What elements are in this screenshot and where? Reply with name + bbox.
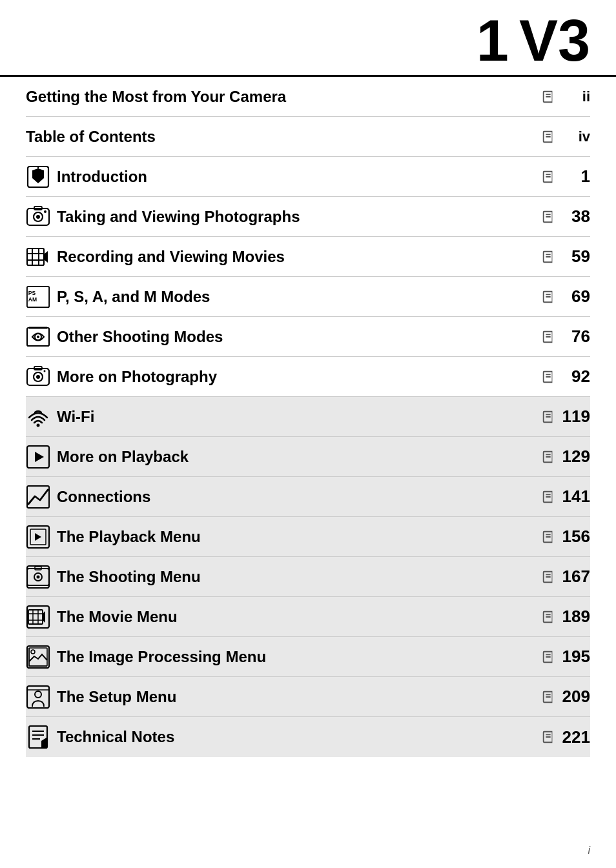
more-photography-icon — [26, 365, 50, 389]
shooting-menu-icon — [26, 565, 50, 589]
toc-left-movies: Recording and Viewing Movies — [26, 245, 531, 269]
svg-point-6 — [44, 210, 46, 213]
book-icon-introduction — [541, 170, 555, 184]
toc-item-shooting-menu[interactable]: The Shooting Menu 167 — [26, 557, 590, 597]
toc-label-introduction: Introduction — [57, 168, 147, 186]
toc-item-playback[interactable]: More on Playback 129 — [26, 437, 590, 477]
toc-item-getting-most[interactable]: Getting the Most from Your Camera ii — [26, 77, 590, 117]
psam-icon: PS AM — [26, 285, 50, 309]
toc-item-more-photography[interactable]: More on Photography 92 — [26, 357, 590, 397]
book-icon-movie-menu — [541, 610, 555, 624]
toc-right-movie-menu: 189 — [541, 607, 590, 627]
book-icon-playback-menu — [541, 530, 555, 544]
toc-page-getting-most: ii — [559, 88, 590, 105]
book-icon-setup-menu — [541, 690, 555, 704]
toc-left-more-photography: More on Photography — [26, 365, 531, 389]
toc-item-setup-menu[interactable]: The Setup Menu 209 — [26, 677, 590, 717]
toc-label-getting-most: Getting the Most from Your Camera — [26, 88, 286, 106]
toc-item-technical-notes[interactable]: Technical Notes 221 — [26, 717, 590, 757]
toc-label-psam: P, S, A, and M Modes — [57, 288, 210, 306]
technical-notes-icon — [26, 725, 50, 749]
toc-right-wifi: 119 — [541, 407, 590, 427]
movies-icon — [26, 245, 50, 269]
toc-item-playback-menu[interactable]: The Playback Menu 156 — [26, 517, 590, 557]
toc-item-toc[interactable]: Table of Contents iv — [26, 117, 590, 157]
toc-label-photos: Taking and Viewing Photographs — [57, 208, 300, 226]
toc-left-toc: Table of Contents — [26, 128, 531, 146]
svg-point-24 — [44, 370, 46, 372]
header: 1 V3 — [0, 0, 616, 77]
toc-left-shooting-menu: The Shooting Menu — [26, 565, 531, 589]
toc-right-playback-menu: 156 — [541, 527, 590, 547]
toc-left-setup-menu: The Setup Menu — [26, 685, 531, 709]
toc-left-other-shooting: Other Shooting Modes — [26, 325, 531, 349]
toc-right-toc: iv — [541, 128, 590, 145]
svg-text:PS: PS — [28, 290, 36, 296]
toc-label-playback: More on Playback — [57, 448, 189, 466]
book-icon-psam — [541, 290, 555, 304]
toc-item-psam[interactable]: PS AM P, S, A, and M Modes 69 — [26, 277, 590, 317]
svg-point-18 — [37, 336, 39, 338]
svg-point-22 — [36, 375, 40, 379]
book-icon-other-shooting — [541, 330, 555, 344]
book-icon-movies — [541, 250, 555, 264]
toc-left-playback-menu: The Playback Menu — [26, 525, 531, 549]
svg-rect-45 — [27, 646, 49, 668]
toc-item-introduction[interactable]: Introduction 1 — [26, 157, 590, 197]
toc-right-more-photography: 92 — [541, 367, 590, 387]
connections-icon — [26, 485, 50, 509]
toc-label-wifi: Wi-Fi — [57, 408, 94, 426]
toc-item-movies[interactable]: Recording and Viewing Movies 59 — [26, 237, 590, 277]
toc-right-shooting-menu: 167 — [541, 567, 590, 587]
book-icon-photos — [541, 210, 555, 224]
book-icon-connections — [541, 490, 555, 504]
toc-item-photos[interactable]: Taking and Viewing Photographs 38 — [26, 197, 590, 237]
playback-menu-icon — [26, 525, 50, 549]
toc-right-image-processing: 195 — [541, 647, 590, 667]
toc-item-connections[interactable]: Connections 141 — [26, 477, 590, 517]
header-number: 1 — [477, 12, 509, 70]
page: 1 V3 Getting the Most from Your Camera i… — [0, 0, 616, 868]
other-shooting-icon — [26, 325, 50, 349]
book-icon-technical-notes — [541, 730, 555, 744]
toc-left-technical-notes: Technical Notes — [26, 725, 531, 749]
toc-right-playback: 129 — [541, 447, 590, 467]
toc-item-other-shooting[interactable]: Other Shooting Modes 76 — [26, 317, 590, 357]
book-icon-image-processing — [541, 650, 555, 664]
photos-icon — [26, 205, 50, 229]
toc-left: Getting the Most from Your Camera — [26, 88, 531, 106]
toc-right-technical-notes: 221 — [541, 727, 590, 747]
toc-item-image-processing[interactable]: The Image Processing Menu 195 — [26, 637, 590, 677]
book-icon-toc — [541, 130, 555, 144]
svg-marker-28 — [35, 452, 44, 462]
toc-page-image-processing: 195 — [559, 647, 590, 667]
toc-label-connections: Connections — [57, 488, 150, 506]
toc-right-setup-menu: 209 — [541, 687, 590, 707]
svg-point-26 — [37, 423, 40, 427]
svg-rect-29 — [27, 486, 49, 508]
svg-point-47 — [31, 650, 35, 654]
toc-page-playback: 129 — [559, 447, 590, 467]
toc-page-playback-menu: 156 — [559, 527, 590, 547]
toc-label-other-shooting: Other Shooting Modes — [57, 328, 223, 346]
toc-page-technical-notes: 221 — [559, 727, 590, 747]
svg-rect-39 — [28, 610, 43, 624]
toc-right-getting-most: ii — [541, 88, 590, 105]
toc-page-toc: iv — [559, 128, 590, 145]
toc-label-technical-notes: Technical Notes — [57, 728, 174, 746]
toc-right-photos: 38 — [541, 207, 590, 227]
toc-right-psam: 69 — [541, 287, 590, 307]
toc-item-movie-menu[interactable]: The Movie Menu 189 — [26, 597, 590, 637]
movie-menu-icon — [26, 605, 50, 629]
image-processing-icon — [26, 645, 50, 669]
toc-item-wifi[interactable]: Wi-Fi 119 — [26, 397, 590, 437]
footer-page-number: i — [588, 845, 590, 856]
setup-menu-icon — [26, 685, 50, 709]
introduction-icon — [26, 165, 50, 189]
wifi-icon — [26, 405, 50, 429]
toc-page-setup-menu: 209 — [559, 687, 590, 707]
toc-page-wifi: 119 — [559, 407, 590, 427]
toc-page-photos: 38 — [559, 207, 590, 227]
toc-left-introduction: Introduction — [26, 165, 531, 189]
toc-label-playback-menu: The Playback Menu — [57, 528, 201, 546]
